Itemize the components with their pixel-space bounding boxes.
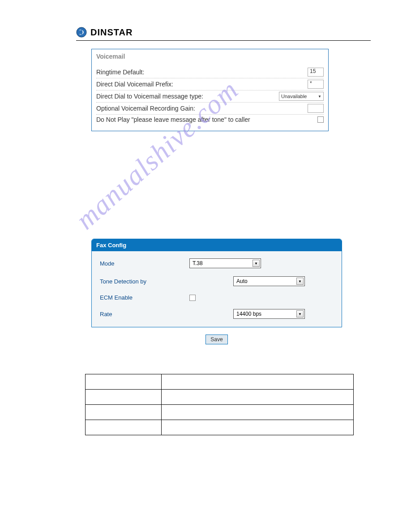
page-header: DINSTAR bbox=[76, 27, 371, 41]
table-row bbox=[86, 405, 354, 420]
tone-label: Tone Detection by bbox=[100, 278, 189, 285]
chevron-down-icon: ▼ bbox=[253, 260, 260, 267]
mode-value: T.38 bbox=[193, 260, 203, 266]
ringtime-label: Ringtime Default: bbox=[96, 69, 308, 76]
rate-label: Rate bbox=[100, 311, 189, 317]
voicemail-row-msgtype: Direct Dial to Voicemail message type: U… bbox=[96, 90, 324, 103]
save-wrap: Save bbox=[91, 335, 342, 344]
msgtype-select[interactable]: Unavailable ▼ bbox=[279, 92, 324, 101]
save-button[interactable]: Save bbox=[206, 335, 227, 344]
voicemail-row-prefix: Direct Dial Voicemail Prefix: * bbox=[96, 78, 324, 90]
noplay-checkbox[interactable] bbox=[317, 116, 324, 123]
fax-panel: Fax Config Mode T.38 ▼ Tone Detection by… bbox=[91, 239, 342, 327]
fax-title: Fax Config bbox=[92, 239, 342, 251]
description-table bbox=[85, 374, 354, 435]
fax-row-mode: Mode T.38 ▼ bbox=[100, 258, 334, 268]
gain-label: Optional Voicemail Recording Gain: bbox=[96, 105, 308, 112]
voicemail-row-ringtime: Ringtime Default: 15 bbox=[96, 66, 324, 78]
mode-label: Mode bbox=[100, 260, 189, 267]
chevron-down-icon: ▼ bbox=[318, 94, 321, 99]
tone-value: Auto bbox=[236, 278, 248, 284]
rate-value: 14400 bps bbox=[236, 311, 261, 317]
fax-row-rate: Rate 14400 bps ▼ bbox=[100, 309, 334, 319]
msgtype-value: Unavailable bbox=[281, 94, 307, 99]
gain-input[interactable] bbox=[308, 104, 324, 113]
voicemail-row-noplay: Do Not Play "please leave message after … bbox=[96, 115, 324, 124]
chevron-down-icon: ▼ bbox=[296, 278, 304, 285]
ecm-label: ECM Enable bbox=[100, 294, 189, 301]
ringtime-input[interactable]: 15 bbox=[308, 68, 324, 77]
fax-row-ecm: ECM Enable bbox=[100, 294, 334, 301]
mode-select[interactable]: T.38 ▼ bbox=[189, 258, 261, 268]
fax-row-tone: Tone Detection by Auto ▼ bbox=[100, 276, 334, 286]
fax-body: Mode T.38 ▼ Tone Detection by Auto ▼ ECM… bbox=[92, 251, 342, 327]
noplay-label: Do Not Play "please leave message after … bbox=[96, 116, 317, 123]
table-row bbox=[86, 390, 354, 405]
brand-logo-icon bbox=[76, 27, 87, 38]
tone-select[interactable]: Auto ▼ bbox=[233, 276, 305, 286]
table-row bbox=[86, 374, 354, 390]
voicemail-row-gain: Optional Voicemail Recording Gain: bbox=[96, 103, 324, 115]
svg-point-1 bbox=[80, 30, 83, 34]
prefix-label: Direct Dial Voicemail Prefix: bbox=[96, 81, 308, 88]
ecm-checkbox[interactable] bbox=[189, 295, 196, 301]
rate-select[interactable]: 14400 bps ▼ bbox=[233, 309, 305, 319]
chevron-down-icon: ▼ bbox=[296, 310, 304, 317]
voicemail-title: Voicemail bbox=[96, 53, 324, 60]
table-row bbox=[86, 420, 354, 435]
msgtype-label: Direct Dial to Voicemail message type: bbox=[96, 93, 279, 100]
voicemail-panel: Voicemail Ringtime Default: 15 Direct Di… bbox=[91, 49, 329, 131]
brand-name: DINSTAR bbox=[90, 27, 133, 38]
prefix-input[interactable]: * bbox=[308, 80, 324, 89]
